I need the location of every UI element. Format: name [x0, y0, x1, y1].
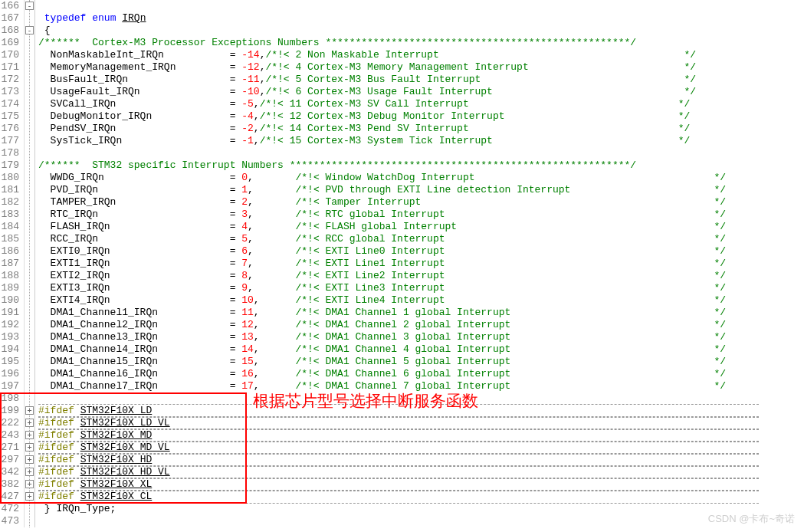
code-line[interactable]: typedef enum IRQn [38, 12, 804, 25]
line-number: 198 [0, 392, 19, 405]
line-number: 173 [0, 86, 19, 98]
code-line[interactable]: } IRQn_Type; [38, 503, 804, 515]
code-line[interactable]: PendSV_IRQn = -2,/*!< 14 Cortex-M3 Pend … [38, 123, 804, 135]
line-number: 171 [0, 61, 19, 74]
code-line[interactable]: EXTI4_IRQn = 10, /*!< EXTI Line4 Interru… [38, 294, 804, 307]
line-number: 195 [0, 356, 19, 368]
line-number: 189 [0, 282, 19, 294]
code-content[interactable]: typedef enum IRQn {/****** Cortex-M3 Pro… [35, 0, 804, 527]
code-line[interactable]: DMA1_Channel4_IRQn = 14, /*!< DMA1 Chann… [38, 343, 804, 356]
code-line[interactable]: BusFault_IRQn = -11,/*!< 5 Cortex-M3 Bus… [38, 74, 804, 86]
code-line[interactable] [38, 147, 804, 159]
line-number: 196 [0, 368, 19, 380]
line-number: 185 [0, 233, 19, 245]
code-line[interactable]: #ifdef STM32F10X_CL [38, 491, 804, 503]
line-number: 243 [0, 429, 19, 442]
line-number: 170 [0, 49, 19, 61]
line-number: 168 [0, 25, 19, 37]
annotation-text: 根据芯片型号选择中断服务函数 [253, 390, 478, 412]
line-number: 176 [0, 123, 19, 135]
code-line[interactable]: DebugMonitor_IRQn = -4,/*!< 12 Cortex-M3… [38, 110, 804, 123]
line-number: 183 [0, 209, 19, 221]
line-number: 190 [0, 294, 19, 307]
code-line[interactable]: DMA1_Channel5_IRQn = 15, /*!< DMA1 Chann… [38, 356, 804, 368]
code-line[interactable]: #ifdef STM32F10X_HD [38, 454, 804, 466]
fold-plus-icon[interactable]: + [25, 406, 34, 415]
line-number: 182 [0, 196, 19, 209]
code-line[interactable]: PVD_IRQn = 1, /*!< PVD through EXTI Line… [38, 184, 804, 196]
fold-minus-icon[interactable]: - [25, 2, 34, 10]
fold-plus-icon[interactable]: + [25, 468, 34, 476]
code-line[interactable]: RTC_IRQn = 3, /*!< RTC global Interrupt … [38, 209, 804, 221]
fold-gutter[interactable]: --++++++++ [25, 0, 35, 527]
line-number: 179 [0, 159, 19, 172]
code-line[interactable]: EXTI2_IRQn = 8, /*!< EXTI Line2 Interrup… [38, 270, 804, 282]
code-line[interactable] [38, 515, 804, 527]
code-line[interactable]: UsageFault_IRQn = -10,/*!< 6 Cortex-M3 U… [38, 86, 804, 98]
line-number: 297 [0, 454, 19, 466]
code-line[interactable]: #ifdef STM32F10X_MD [38, 429, 804, 442]
code-line[interactable]: SysTick_IRQn = -1,/*!< 15 Cortex-M3 Syst… [38, 135, 804, 147]
line-number: 188 [0, 270, 19, 282]
line-number: 172 [0, 74, 19, 86]
fold-plus-icon[interactable]: + [25, 492, 34, 501]
line-number: 342 [0, 466, 19, 478]
fold-plus-icon[interactable]: + [25, 443, 34, 452]
line-number: 166 [0, 0, 19, 12]
line-number: 382 [0, 478, 19, 491]
line-number: 199 [0, 405, 19, 417]
code-line[interactable]: { [38, 25, 804, 37]
code-line[interactable]: DMA1_Channel6_IRQn = 16, /*!< DMA1 Chann… [38, 368, 804, 380]
code-line[interactable]: SVCall_IRQn = -5,/*!< 11 Cortex-M3 SV Ca… [38, 98, 804, 110]
fold-plus-icon[interactable]: + [25, 455, 34, 464]
code-line[interactable]: RCC_IRQn = 5, /*!< RCC global Interrupt … [38, 233, 804, 245]
code-editor[interactable]: 1661671681691701711721731741751761771781… [0, 0, 804, 527]
line-number: 192 [0, 319, 19, 331]
code-line[interactable]: #ifdef STM32F10X_HD_VL [38, 466, 804, 478]
code-line[interactable]: EXTI3_IRQn = 9, /*!< EXTI Line3 Interrup… [38, 282, 804, 294]
fold-plus-icon[interactable]: + [25, 431, 34, 439]
line-number: 472 [0, 503, 19, 515]
line-number: 191 [0, 307, 19, 319]
fold-minus-icon[interactable]: - [25, 26, 34, 34]
fold-plus-icon[interactable]: + [25, 419, 34, 427]
line-number: 197 [0, 380, 19, 392]
line-number: 271 [0, 442, 19, 454]
line-number: 174 [0, 98, 19, 110]
line-number: 180 [0, 172, 19, 184]
code-line[interactable]: DMA1_Channel3_IRQn = 13, /*!< DMA1 Chann… [38, 331, 804, 343]
line-number: 186 [0, 245, 19, 258]
code-line[interactable]: EXTI1_IRQn = 7, /*!< EXTI Line1 Interrup… [38, 258, 804, 270]
code-line[interactable]: MemoryManagement_IRQn = -12,/*!< 4 Corte… [38, 61, 804, 74]
line-number: 194 [0, 343, 19, 356]
code-line[interactable]: /****** Cortex-M3 Processor Exceptions N… [38, 37, 804, 49]
line-number: 473 [0, 515, 19, 527]
code-line[interactable]: DMA1_Channel1_IRQn = 11, /*!< DMA1 Chann… [38, 307, 804, 319]
fold-plus-icon[interactable]: + [25, 480, 34, 488]
line-number: 184 [0, 221, 19, 233]
line-number: 178 [0, 147, 19, 159]
code-line[interactable]: #ifdef STM32F10X_LD_VL [38, 417, 804, 429]
line-number: 175 [0, 110, 19, 123]
line-number: 193 [0, 331, 19, 343]
code-line[interactable]: /****** STM32 specific Interrupt Numbers… [38, 159, 804, 172]
code-line[interactable]: #ifdef STM32F10X_XL [38, 478, 804, 491]
code-line[interactable] [38, 0, 804, 12]
line-number: 169 [0, 37, 19, 49]
code-line[interactable]: EXTI0_IRQn = 6, /*!< EXTI Line0 Interrup… [38, 245, 804, 258]
line-number: 167 [0, 12, 19, 25]
line-number: 177 [0, 135, 19, 147]
line-number: 181 [0, 184, 19, 196]
line-number: 187 [0, 258, 19, 270]
code-line[interactable]: TAMPER_IRQn = 2, /*!< Tamper Interrupt *… [38, 196, 804, 209]
watermark-text: CSDN @卡布~奇诺 [708, 512, 795, 526]
code-line[interactable]: FLASH_IRQn = 4, /*!< FLASH global Interr… [38, 221, 804, 233]
code-line[interactable]: #ifdef STM32F10X_MD_VL [38, 442, 804, 454]
line-numbers-gutter: 1661671681691701711721731741751761771781… [0, 0, 25, 527]
code-line[interactable]: DMA1_Channel2_IRQn = 12, /*!< DMA1 Chann… [38, 319, 804, 331]
code-line[interactable]: NonMaskableInt_IRQn = -14,/*!< 2 Non Mas… [38, 49, 804, 61]
code-line[interactable]: WWDG_IRQn = 0, /*!< Window WatchDog Inte… [38, 172, 804, 184]
line-number: 222 [0, 417, 19, 429]
line-number: 427 [0, 491, 19, 503]
